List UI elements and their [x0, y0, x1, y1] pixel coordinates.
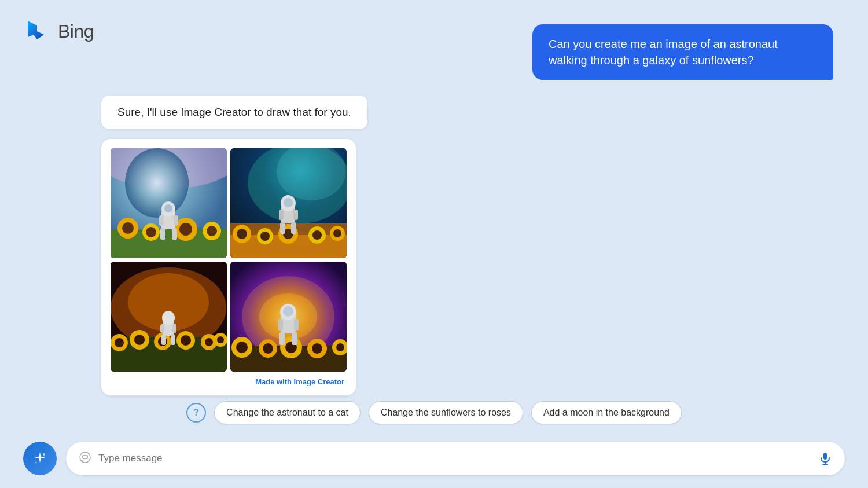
svg-rect-38 — [280, 222, 285, 234]
svg-rect-83 — [292, 332, 297, 345]
svg-point-8 — [122, 222, 134, 234]
image-credit: Made with Image Creator — [111, 377, 347, 386]
app-title: Bing — [58, 21, 94, 42]
message-icon — [79, 451, 91, 467]
suggestions-area: ? Change the astronaut to a cat Change t… — [0, 401, 868, 424]
svg-point-30 — [260, 232, 270, 241]
image-creator-link[interactable]: Image Creator — [294, 377, 344, 386]
chat-input-wrapper — [66, 442, 845, 475]
svg-point-56 — [205, 338, 213, 346]
bing-chat-button[interactable] — [23, 442, 57, 475]
generated-image-3[interactable] — [111, 262, 227, 372]
image-credit-prefix: Made with — [255, 377, 293, 386]
svg-rect-37 — [293, 210, 298, 220]
svg-rect-17 — [172, 228, 177, 240]
suggestion-chip-3[interactable]: Add a moon in the background — [531, 401, 682, 424]
chat-input-area — [23, 442, 845, 475]
user-message-text: Can you create me an image of an astrona… — [549, 38, 778, 67]
svg-rect-80 — [278, 319, 283, 331]
svg-rect-88 — [823, 453, 827, 460]
svg-point-74 — [263, 343, 273, 354]
generated-image-1[interactable] — [111, 148, 227, 258]
svg-point-85 — [43, 453, 45, 456]
svg-rect-16 — [160, 228, 165, 240]
svg-point-86 — [35, 462, 37, 464]
svg-point-52 — [115, 338, 124, 347]
svg-point-32 — [312, 230, 322, 240]
svg-rect-14 — [159, 215, 164, 226]
svg-rect-82 — [279, 332, 285, 345]
svg-point-18 — [164, 204, 172, 212]
svg-point-84 — [283, 306, 293, 317]
mic-button[interactable] — [818, 452, 832, 465]
svg-rect-60 — [160, 324, 164, 333]
svg-rect-61 — [172, 324, 176, 333]
image-grid-container: Made with Image Creator — [101, 139, 356, 395]
svg-rect-36 — [279, 210, 284, 220]
svg-point-55 — [181, 335, 191, 346]
svg-point-87 — [80, 452, 90, 463]
svg-point-9 — [146, 227, 156, 237]
sparkle-icon — [31, 450, 49, 467]
svg-rect-63 — [171, 335, 175, 345]
mic-icon — [818, 452, 832, 465]
generated-image-4[interactable] — [230, 262, 347, 372]
svg-rect-15 — [174, 215, 178, 226]
svg-point-57 — [217, 336, 224, 343]
svg-point-73 — [236, 342, 248, 353]
svg-rect-81 — [294, 319, 299, 331]
svg-point-40 — [284, 198, 293, 207]
help-button[interactable]: ? — [186, 403, 206, 423]
svg-point-53 — [134, 335, 145, 345]
svg-rect-62 — [161, 335, 166, 345]
suggestion-chip-1[interactable]: Change the astronaut to a cat — [214, 401, 361, 424]
bot-response-text: Sure, I'll use Image Creator to draw tha… — [101, 96, 367, 129]
svg-point-2 — [125, 148, 189, 218]
svg-point-33 — [333, 229, 341, 237]
generated-image-2[interactable] — [230, 148, 347, 258]
svg-point-11 — [207, 226, 217, 236]
chat-text-input[interactable] — [98, 453, 811, 464]
bot-response-content: Sure, I'll use Image Creator to draw tha… — [117, 106, 351, 118]
suggestion-chip-2[interactable]: Change the sunflowers to roses — [369, 401, 523, 424]
bing-logo-icon — [23, 17, 51, 45]
svg-point-77 — [336, 343, 344, 351]
image-grid — [111, 148, 347, 372]
svg-rect-39 — [291, 222, 296, 234]
user-message-bubble: Can you create me an image of an astrona… — [532, 24, 833, 80]
header: Bing — [23, 17, 94, 45]
svg-point-59 — [162, 311, 175, 325]
svg-point-29 — [237, 229, 247, 239]
svg-point-76 — [312, 343, 322, 354]
svg-point-10 — [179, 223, 192, 236]
